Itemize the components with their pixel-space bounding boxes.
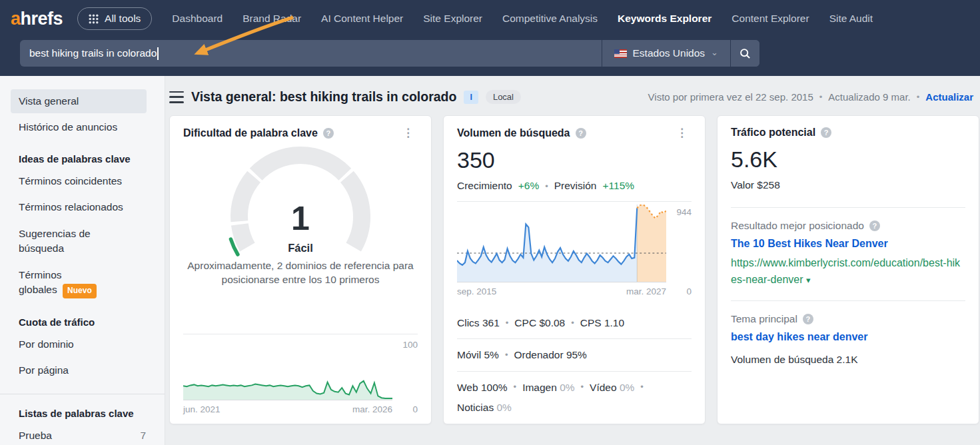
topic-volume-value: 2.1K [837,354,858,365]
grid-icon [89,14,99,24]
kebab-menu-icon[interactable]: ⋮ [672,127,692,139]
help-icon[interactable]: ? [821,127,831,138]
traffic-value: 5.6K [731,147,965,173]
kebab-menu-icon[interactable]: ⋮ [398,127,418,139]
overview-cards: Dificultad de palabra clave ? ⋮ 1 Fácil … [165,115,980,424]
clicks-metrics-row: Clics 361 • CPC $0.08 • CPS 1.10 [457,307,692,338]
search-query-text: best hiking trails in colorado [29,47,157,59]
parent-topic-label-row: Tema principal ? [731,313,965,325]
lista-prueba-label: Prueba [19,428,52,443]
top-result-url-link[interactable]: https://www.kimberlycrist.com/education/… [731,255,965,288]
help-icon[interactable]: ? [576,128,586,139]
nav-item-ai-content-helper[interactable]: AI Content Helper [321,13,403,25]
sidebar: Vista general Histórico de anuncios Idea… [0,76,165,445]
cps-value: 1.10 [604,317,624,328]
sidebar-item-por-pagina[interactable]: Por página [11,358,147,382]
bullet-separator: • [571,316,574,330]
sidebar-divider [0,394,165,394]
sidebar-item-vista-general[interactable]: Vista general [11,89,147,113]
sidebar-item-sugerencias[interactable]: Sugerencias de búsqueda [11,222,125,261]
nav-item-site-explorer[interactable]: Site Explorer [423,13,482,25]
clicks-value: 361 [482,317,500,328]
sidebar-item-terminos-coincidentes[interactable]: Términos coincidentes [11,169,147,193]
page-header: Vista general: best hiking trails in col… [169,89,973,105]
hamburger-menu-icon[interactable] [169,91,184,103]
sidebar-item-terminos-relacionados[interactable]: Términos relacionados [11,195,147,219]
all-tools-button[interactable]: All tools [77,7,152,30]
sidebar-item-lista-prueba[interactable]: Prueba 7 [11,424,154,445]
bullet-separator: • [505,348,508,362]
cpc-label: CPC [514,317,536,328]
bullet-separator: • [581,380,584,394]
bullet-separator: • [819,92,823,102]
local-badge: Local [486,90,521,104]
page-body: Vista general Histórico de anuncios Idea… [0,76,980,445]
kd-difficulty-label: Fácil [183,242,418,254]
parent-topic-volume: Volumen de búsqueda 2.1K [731,354,965,366]
help-icon[interactable]: ? [803,314,813,324]
keyword-search-input[interactable]: best hiking trails in colorado [20,40,602,67]
primary-nav-row: ahrefs All tools Dashboard Brand Radar A… [0,0,980,37]
top-nav-links: Dashboard Brand Radar AI Content Helper … [172,13,873,25]
top-navigation-bar: ahrefs All tools Dashboard Brand Radar A… [0,0,980,76]
parent-topic-label: Tema principal [731,313,797,325]
web-value: 100% [481,382,508,393]
sidebar-item-terminos-globales[interactable]: Términos globales Nuevo [11,263,107,303]
url-dropdown-icon: ▾ [806,275,811,285]
news-label: Noticias [457,402,494,413]
updated-text: Actualizado 9 mar. [828,91,910,103]
main-content: Vista general: best hiking trails in col… [165,76,980,445]
volume-value: 350 [457,147,692,173]
kd-chart-ymin: 0 [392,404,418,414]
nav-item-dashboard[interactable]: Dashboard [172,13,223,25]
nav-item-brand-radar[interactable]: Brand Radar [243,13,301,25]
country-selector[interactable]: Estados Unidos ⌄ [602,40,730,67]
mobile-label: Móvil [457,349,481,360]
sidebar-item-por-dominio[interactable]: Por dominio [11,332,147,356]
us-flag-icon [614,49,627,58]
nav-item-competitive-analysis[interactable]: Competitive Analysis [502,13,598,25]
forecast-value: +115% [602,180,634,192]
refresh-link[interactable]: Actualizar [925,91,973,103]
volume-growth-row: Crecimiento +6% • Previsión +115% [457,180,692,192]
video-label: Vídeo [590,382,617,393]
logo-letter-a: a [11,9,21,29]
news-value: 0% [496,402,511,413]
bullet-separator: • [506,316,509,330]
nav-item-site-audit[interactable]: Site Audit [829,13,873,25]
nav-item-content-explorer[interactable]: Content Explorer [732,13,809,25]
all-tools-label: All tools [105,13,141,25]
sidebar-item-historico-anuncios[interactable]: Histórico de anuncios [11,115,147,139]
keyword-search-box: best hiking trails in colorado Estados U… [20,40,759,67]
sidebar-header-ideas: Ideas de palabras clave [11,153,154,165]
ahrefs-logo[interactable]: ahrefs [11,9,63,29]
sidebar-header-cuota-trafico: Cuota de tráfico [11,316,154,328]
help-icon[interactable]: ? [869,221,880,231]
parent-topic-link[interactable]: best day hikes near denver [731,331,965,343]
nav-item-keywords-explorer[interactable]: Keywords Explorer [618,13,712,25]
kd-card-title: Dificultad de palabra clave [183,127,318,139]
kd-chart-xstart: jun. 2021 [183,404,352,414]
traffic-card-title: Tráfico potencial [731,127,815,139]
volume-chart-ymax: 944 [676,207,692,217]
volume-chart-xend: mar. 2027 [626,286,666,296]
desktop-value: 95% [566,349,587,360]
intent-badge: I [464,91,478,104]
traffic-valor-row: Valor $258 [731,179,965,191]
top-result-title-link[interactable]: The 10 Best Hikes Near Denver [731,238,965,250]
top-result-url-text: https://www.kimberlycrist.com/education/… [731,257,960,285]
lista-prueba-count: 7 [140,428,146,443]
page-title: Vista general: best hiking trails in col… [191,89,456,105]
cpc-value: $0.08 [539,317,565,328]
forecast-label: Previsión [554,180,597,192]
help-icon[interactable]: ? [323,128,334,139]
volume-chart-xstart: sep. 2015 [457,286,626,296]
search-row: best hiking trails in colorado Estados U… [0,37,980,76]
valor-label: Valor [731,179,754,191]
top-result-label: Resultado mejor posicionado [731,220,864,232]
kd-value: 1 [291,200,310,237]
kd-chart-xend: mar. 2026 [352,404,392,414]
search-button[interactable] [730,40,759,67]
clicks-label: Clics [457,317,480,328]
card-divider [731,207,965,208]
